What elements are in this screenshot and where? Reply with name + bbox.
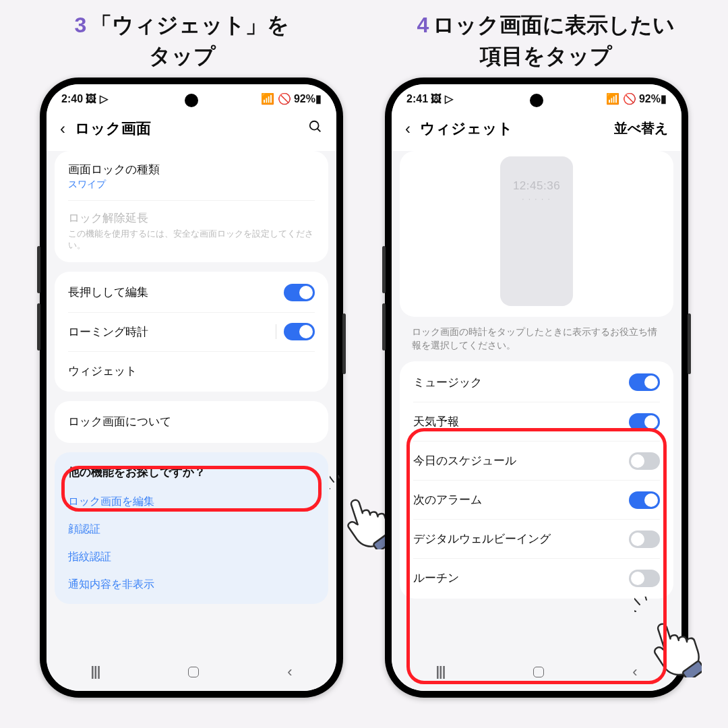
nav-recent-icon[interactable]: ||| bbox=[90, 664, 100, 679]
setting-title: ローミング時計 bbox=[68, 324, 284, 340]
toggle-item-weather[interactable]: 天気予報 bbox=[413, 402, 660, 441]
link-face-auth[interactable]: 顔認証 bbox=[68, 516, 315, 543]
camera-hole bbox=[185, 94, 198, 107]
svg-rect-9 bbox=[682, 661, 702, 677]
status-time: 2:41 bbox=[406, 93, 428, 104]
helper-text: ロック画面の時計をタップしたときに表示するお役立ち情報を選択してください。 bbox=[400, 322, 673, 362]
setting-title: 画面ロックの種類 bbox=[68, 162, 315, 177]
preview-time: 12:45:36 bbox=[513, 179, 560, 193]
setting-long-press[interactable]: 長押しして編集 bbox=[68, 273, 315, 312]
card-widget-settings: 長押しして編集 ローミング時計 ウィジェット bbox=[55, 272, 328, 392]
setting-title: 長押しして編集 bbox=[68, 284, 284, 300]
item-label: ルーチン bbox=[413, 570, 629, 586]
app-bar: ‹ ロック画面 bbox=[47, 109, 336, 151]
link-fingerprint-auth[interactable]: 指紋認証 bbox=[68, 543, 315, 571]
nav-back-icon[interactable]: ‹ bbox=[632, 663, 637, 681]
setting-title: ウィジェット bbox=[68, 363, 315, 379]
toggle-item-wellbeing[interactable]: デジタルウェルビーイング bbox=[413, 519, 660, 558]
toggle-item-music[interactable]: ミュージック bbox=[413, 363, 660, 402]
step-text-l2: タップ bbox=[149, 44, 216, 68]
camera-hole bbox=[530, 94, 543, 107]
setting-widgets[interactable]: ウィジェット bbox=[68, 351, 315, 390]
svg-line-1 bbox=[317, 129, 321, 132]
setting-lock-type[interactable]: 画面ロックの種類 スワイプ bbox=[68, 152, 315, 200]
setting-roaming-clock[interactable]: ローミング時計 bbox=[68, 312, 315, 351]
step-number: 4 bbox=[417, 13, 429, 37]
toggle-schedule[interactable] bbox=[629, 452, 660, 470]
instruction-3: 3「ウィジェット」を タップ bbox=[0, 9, 364, 72]
status-icons-left: 🖼 ▷ bbox=[86, 93, 107, 104]
nav-back-icon[interactable]: ‹ bbox=[287, 663, 292, 681]
widget-preview: 12:45:36 · · · · · bbox=[400, 151, 673, 317]
setting-extend-unlock: ロック解除延長 この機能を使用するには、安全な画面ロックを設定してください。 bbox=[68, 200, 315, 261]
card-widget-toggles: ミュージック 天気予報 今日のスケジュール 次のアラーム bbox=[400, 361, 673, 599]
nav-bar: ||| ‹ bbox=[392, 653, 681, 691]
setting-title: ロック画面について bbox=[68, 414, 315, 429]
nav-home-icon[interactable] bbox=[533, 667, 544, 677]
phone-left: 2:40 🖼 ▷ 📶 🚫 92%▮ ‹ ロック画面 画面 bbox=[40, 78, 343, 698]
toggle-item-next-alarm[interactable]: 次のアラーム bbox=[413, 480, 660, 519]
card-other-features: 他の機能をお探しですか？ ロック画面を編集 顔認証 指紋認証 通知内容を非表示 bbox=[55, 452, 328, 604]
toggle-roaming-clock[interactable] bbox=[284, 323, 315, 340]
link-edit-lock-screen[interactable]: ロック画面を編集 bbox=[68, 488, 315, 516]
status-icons-left: 🖼 ▷ bbox=[431, 93, 452, 104]
page-title: ウィジェット bbox=[420, 119, 614, 139]
card-about: ロック画面について bbox=[55, 401, 328, 443]
svg-point-0 bbox=[310, 121, 319, 130]
phone-right: 2:41 🖼 ▷ 📶 🚫 92%▮ ‹ ウィジェット 並べ替え 12:45:36… bbox=[385, 78, 688, 698]
svg-line-3 bbox=[337, 475, 339, 478]
page-title: ロック画面 bbox=[75, 119, 308, 139]
setting-hint: この機能を使用するには、安全な画面ロックを設定してください。 bbox=[68, 228, 315, 251]
step-number: 3 bbox=[75, 13, 87, 37]
toggle-music[interactable] bbox=[629, 373, 660, 391]
other-title: 他の機能をお探しですか？ bbox=[68, 464, 315, 480]
item-label: デジタルウェルビーイング bbox=[413, 531, 629, 547]
setting-title: ロック解除延長 bbox=[68, 210, 315, 226]
status-icons-right: 📶 🚫 92%▮ bbox=[261, 92, 322, 105]
card-lock-type: 画面ロックの種類 スワイプ ロック解除延長 この機能を使用するには、安全な画面ロ… bbox=[55, 151, 328, 262]
link-hide-notifications[interactable]: 通知内容を非表示 bbox=[68, 571, 315, 599]
nav-recent-icon[interactable]: ||| bbox=[435, 664, 445, 679]
toggle-wellbeing[interactable] bbox=[629, 530, 660, 548]
preview-mock-phone: 12:45:36 · · · · · bbox=[500, 156, 573, 306]
back-icon[interactable]: ‹ bbox=[405, 119, 411, 138]
setting-value: スワイプ bbox=[68, 179, 315, 191]
reorder-button[interactable]: 並べ替え bbox=[614, 119, 668, 138]
step-text-l1: ロック画面に表示したい bbox=[433, 13, 675, 37]
toggle-long-press[interactable] bbox=[284, 284, 315, 301]
item-label: 次のアラーム bbox=[413, 492, 629, 508]
nav-home-icon[interactable] bbox=[188, 667, 199, 677]
preview-dots: · · · · · bbox=[522, 195, 551, 203]
instruction-4: 4ロック画面に表示したい 項目をタップ bbox=[364, 9, 728, 72]
setting-about[interactable]: ロック画面について bbox=[68, 402, 315, 442]
nav-bar: ||| ‹ bbox=[47, 653, 336, 691]
status-time: 2:40 bbox=[61, 93, 83, 104]
toggle-weather[interactable] bbox=[629, 413, 660, 431]
toggle-item-routine[interactable]: ルーチン bbox=[413, 558, 660, 597]
item-label: 天気予報 bbox=[413, 414, 629, 429]
search-icon[interactable] bbox=[308, 119, 323, 138]
tap-hand-icon bbox=[330, 475, 392, 549]
back-icon[interactable]: ‹ bbox=[60, 119, 65, 138]
app-bar: ‹ ウィジェット 並べ替え bbox=[392, 109, 681, 151]
status-icons-right: 📶 🚫 92%▮ bbox=[606, 92, 667, 105]
item-label: 今日のスケジュール bbox=[413, 453, 629, 468]
toggle-next-alarm[interactable] bbox=[629, 491, 660, 509]
item-label: ミュージック bbox=[413, 375, 629, 390]
step-text-l2: 項目をタップ bbox=[480, 44, 612, 68]
step-text-l1: 「ウィジェット」を bbox=[90, 13, 289, 37]
toggle-item-schedule[interactable]: 今日のスケジュール bbox=[413, 441, 660, 480]
toggle-routine[interactable] bbox=[629, 570, 660, 587]
